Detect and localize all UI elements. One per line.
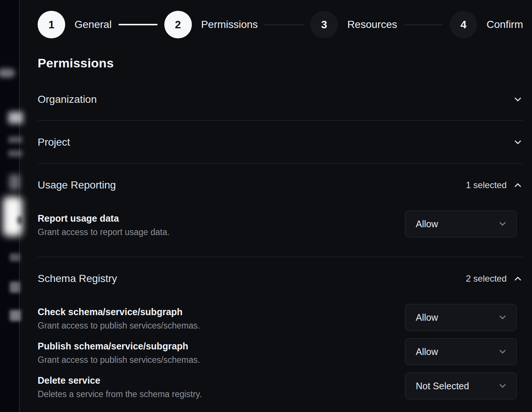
page-title: Permissions	[38, 56, 523, 70]
step-permissions-label: Permissions	[201, 19, 258, 31]
permission-value-select[interactable]: Not Selected	[405, 373, 517, 399]
section-organization-header[interactable]: Organization	[38, 78, 523, 120]
chevron-down-icon	[498, 313, 507, 322]
step-resources-number: 3	[310, 11, 338, 38]
section-usage-reporting-header[interactable]: Usage Reporting 1 selected	[38, 164, 523, 191]
step-connector	[404, 24, 443, 25]
chevron-down-icon	[498, 347, 507, 356]
step-general-number: 1	[38, 11, 65, 38]
sidebar-blurred-text-line	[10, 253, 20, 262]
permission-title: Report usage data	[38, 213, 170, 224]
permission-value-select[interactable]: Allow	[405, 338, 517, 365]
sidebar-blurred-text-line	[8, 150, 22, 157]
step-permissions-number: 2	[164, 11, 192, 38]
permission-description: Grant access to publish services/schemas…	[38, 320, 200, 331]
permission-row-check-schema: Check schema/service/subgraph Grant acce…	[38, 304, 523, 331]
step-general-label: General	[75, 19, 112, 31]
background-sidebar	[0, 0, 20, 412]
select-value: Allow	[416, 346, 438, 357]
permission-description: Deletes a service from the schema regist…	[38, 389, 202, 399]
step-resources-label: Resources	[347, 19, 397, 31]
section-title: Usage Reporting	[38, 179, 116, 191]
chevron-up-icon	[513, 273, 523, 284]
step-connector	[118, 24, 158, 25]
permission-description: Grant access to report usage data.	[38, 227, 170, 237]
select-value: Allow	[416, 219, 438, 229]
step-connector	[265, 24, 304, 25]
permission-value-select[interactable]: Allow	[405, 210, 517, 237]
permission-title: Publish schema/service/subgraph	[38, 340, 200, 352]
permission-title: Delete service	[38, 375, 202, 386]
chevron-up-icon	[513, 180, 523, 190]
section-schema-registry-header[interactable]: Schema Registry 2 selected	[38, 257, 523, 285]
permission-row-publish-schema: Publish schema/service/subgraph Grant ac…	[38, 338, 523, 365]
section-title: Organization	[38, 94, 97, 105]
section-title: Schema Registry	[38, 273, 117, 285]
section-project: Project	[38, 121, 523, 164]
section-usage-reporting: Usage Reporting 1 selected Report usage …	[38, 164, 523, 257]
section-title: Project	[38, 136, 70, 148]
sidebar-blurred-text-line	[10, 282, 20, 293]
chevron-down-icon	[498, 381, 507, 391]
step-permissions[interactable]: 2 Permissions	[164, 11, 258, 38]
permission-row-report-usage-data: Report usage data Grant access to report…	[38, 210, 523, 237]
step-confirm-label: Confirm	[487, 19, 523, 31]
permission-sections: Organization Project	[38, 78, 523, 410]
sidebar-blurred-icon	[9, 174, 20, 190]
step-confirm-number: 4	[450, 11, 477, 38]
create-key-wizard-modal: 1 General 2 Permissions 3 Resources 4 Co…	[20, 0, 532, 412]
chevron-down-icon	[513, 137, 523, 148]
chevron-down-icon	[513, 94, 523, 105]
step-general[interactable]: 1 General	[38, 11, 112, 38]
select-value: Not Selected	[416, 381, 469, 392]
step-resources[interactable]: 3 Resources	[310, 11, 397, 38]
selected-count-badge: 2 selected	[466, 273, 507, 284]
permission-description: Grant access to publish services/schemas…	[38, 355, 200, 365]
step-confirm[interactable]: 4 Confirm	[450, 11, 523, 38]
permission-row-delete-service: Delete service Deletes a service from th…	[38, 373, 523, 399]
permission-title: Check schema/service/subgraph	[38, 306, 200, 317]
selected-count-badge: 1 selected	[466, 180, 507, 190]
chevron-down-icon	[498, 219, 507, 229]
sidebar-blurred-tile-glyph	[17, 216, 23, 224]
select-value: Allow	[416, 312, 438, 323]
sidebar-blurred-text-line	[8, 136, 22, 143]
section-organization: Organization	[38, 78, 523, 121]
sidebar-blurred-text-line	[10, 310, 21, 321]
permission-value-select[interactable]: Allow	[405, 304, 517, 331]
wizard-stepper: 1 General 2 Permissions 3 Resources 4 Co…	[38, 10, 523, 39]
section-schema-registry: Schema Registry 2 selected Check schema/…	[38, 257, 523, 410]
sidebar-blurred-label	[0, 69, 15, 77]
section-project-header[interactable]: Project	[38, 121, 523, 163]
sidebar-blurred-heading	[8, 112, 23, 124]
